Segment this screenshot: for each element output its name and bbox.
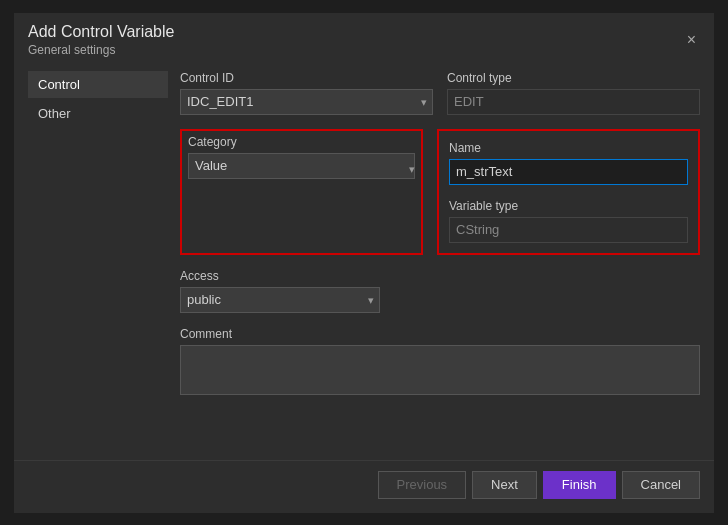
name-group: Name xyxy=(449,141,688,185)
name-input[interactable] xyxy=(449,159,688,185)
next-button[interactable]: Next xyxy=(472,471,537,499)
comment-group: Comment xyxy=(180,327,700,446)
access-select-wrapper: public protected private xyxy=(180,287,380,313)
variable-type-group: Variable type xyxy=(449,199,688,243)
name-vartype-highlight: Name Variable type xyxy=(437,129,700,255)
comment-input[interactable] xyxy=(180,345,700,395)
control-type-input xyxy=(447,89,700,115)
control-type-label: Control type xyxy=(447,71,700,85)
access-group: Access public protected private xyxy=(180,269,380,313)
category-highlight: Category Value Control xyxy=(180,129,423,255)
cancel-button[interactable]: Cancel xyxy=(622,471,700,499)
footer: Previous Next Finish Cancel xyxy=(14,460,714,513)
dialog-content: Control Other Control ID IDC_EDIT1 xyxy=(14,57,714,460)
row-2: Category Value Control Name xyxy=(180,129,700,255)
control-id-select-wrapper: IDC_EDIT1 xyxy=(180,89,433,115)
finish-button[interactable]: Finish xyxy=(543,471,616,499)
dialog-title-group: Add Control Variable General settings xyxy=(28,23,174,57)
previous-button[interactable]: Previous xyxy=(378,471,467,499)
variable-type-input xyxy=(449,217,688,243)
category-label: Category xyxy=(182,131,421,149)
category-select-wrapper: Value Control xyxy=(182,153,421,185)
row-1: Control ID IDC_EDIT1 Control type xyxy=(180,71,700,115)
control-id-group: Control ID IDC_EDIT1 xyxy=(180,71,433,115)
main-area: Control ID IDC_EDIT1 Control type Categ xyxy=(180,71,700,446)
variable-type-label: Variable type xyxy=(449,199,688,213)
sidebar: Control Other xyxy=(28,71,168,446)
access-spacer xyxy=(394,269,700,313)
comment-label: Comment xyxy=(180,327,700,341)
name-label: Name xyxy=(449,141,688,155)
row-3: Access public protected private xyxy=(180,269,700,313)
add-control-variable-dialog: Add Control Variable General settings × … xyxy=(14,13,714,513)
dialog-title: Add Control Variable xyxy=(28,23,174,41)
title-bar: Add Control Variable General settings × xyxy=(14,13,714,57)
sidebar-item-control[interactable]: Control xyxy=(28,71,168,98)
control-id-label: Control ID xyxy=(180,71,433,85)
control-type-group: Control type xyxy=(447,71,700,115)
sidebar-item-other[interactable]: Other xyxy=(28,100,168,127)
dialog-subtitle: General settings xyxy=(28,43,174,57)
category-select[interactable]: Value Control xyxy=(188,153,415,179)
access-label: Access xyxy=(180,269,380,283)
control-id-select[interactable]: IDC_EDIT1 xyxy=(180,89,433,115)
access-select[interactable]: public protected private xyxy=(180,287,380,313)
close-button[interactable]: × xyxy=(683,30,700,50)
